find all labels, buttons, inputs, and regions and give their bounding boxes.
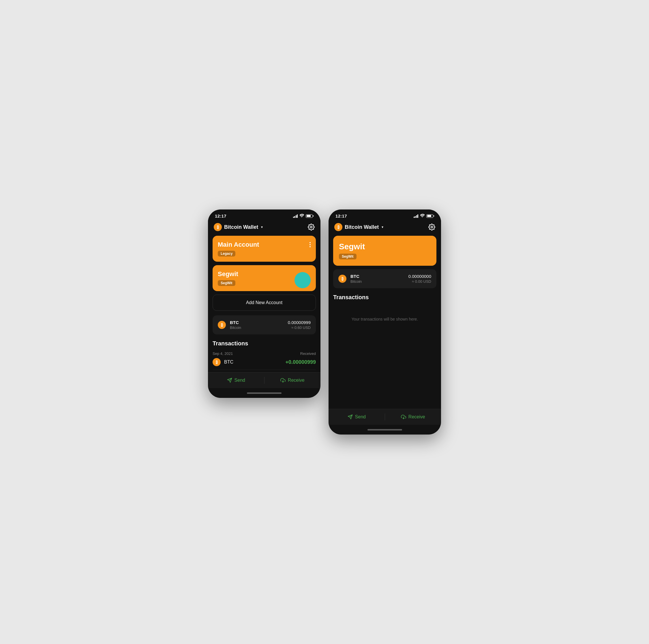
bottom-bar-left: Send Receive (208, 372, 320, 388)
status-bar-left: 12:17 (208, 210, 320, 221)
main-account-card[interactable]: Main Account Legacy (213, 236, 316, 262)
status-time-left: 12:17 (215, 214, 226, 218)
balance-amounts-right: 0.00000000 ≈ 0.00 USD (408, 274, 431, 284)
settings-button-right[interactable] (428, 224, 435, 230)
main-account-badge: Legacy (218, 251, 235, 257)
header-right: ₿ Bitcoin Wallet ▾ (329, 221, 441, 236)
status-time-right: 12:17 (336, 214, 347, 218)
content-left: Main Account Legacy Segwit SegWit Add Ne… (208, 236, 320, 370)
battery-icon-left (306, 214, 313, 218)
segwit-active-title: Segwit (339, 242, 431, 251)
right-phone: 12:17 (329, 210, 441, 434)
status-bar-right: 12:17 (329, 210, 441, 221)
btc-balance-icon-left: ₿ (218, 321, 226, 329)
bottom-bar-right: Send Receive (329, 409, 441, 425)
balance-currency-left: BTC (230, 320, 284, 325)
left-phone: 12:17 (208, 210, 320, 398)
wifi-icon-left (299, 214, 304, 218)
transactions-title-right: Transactions (333, 294, 436, 301)
segwit-active-badge: SegWit (339, 254, 356, 259)
status-icons-right (414, 214, 434, 218)
wallet-name-right: Bitcoin Wallet (345, 224, 379, 230)
receive-label-right: Receive (408, 414, 425, 420)
main-account-title: Main Account (218, 241, 311, 248)
empty-transactions-message: Your transactions will be shown here. (333, 305, 436, 333)
tx-amount: +0.00000999 (285, 359, 316, 365)
home-indicator-left (208, 388, 320, 398)
signal-icon-right (414, 214, 419, 218)
send-label-right: Send (355, 414, 366, 420)
balance-name-left: Bitcoin (230, 326, 284, 330)
home-indicator-right (329, 425, 441, 434)
transaction-date-row: Sep 4, 2021 Received (213, 351, 316, 356)
transaction-row[interactable]: ₿ BTC +0.00000999 (213, 358, 316, 370)
status-icons-left (293, 214, 314, 218)
balance-info-right: BTC Bitcoin (350, 274, 404, 284)
screens-container: 12:17 (208, 210, 441, 434)
send-icon-right (348, 414, 353, 420)
header-left: ₿ Bitcoin Wallet ▾ (208, 221, 320, 236)
transactions-title-left: Transactions (213, 340, 316, 347)
balance-currency-right: BTC (350, 274, 404, 279)
balance-btc-left: 0.00000999 (288, 320, 311, 325)
wallet-selector-right[interactable]: ₿ Bitcoin Wallet ▾ (334, 223, 383, 231)
receive-button-right[interactable]: Receive (385, 409, 441, 425)
balance-usd-right: ≈ 0.00 USD (408, 279, 431, 284)
segwit-active-card[interactable]: Segwit SegWit (333, 236, 436, 266)
receive-label-left: Receive (288, 378, 305, 383)
transaction-date: Sep 4, 2021 (213, 351, 233, 356)
signal-icon-left (293, 214, 298, 218)
battery-icon-right (426, 214, 434, 218)
add-account-button[interactable]: Add New Account (213, 295, 316, 311)
svg-point-0 (310, 226, 312, 228)
tx-btc-icon: ₿ (213, 358, 221, 366)
settings-button-left[interactable] (308, 224, 315, 230)
wallet-name-left: Bitcoin Wallet (224, 224, 258, 230)
wallet-selector-left[interactable]: ₿ Bitcoin Wallet ▾ (214, 223, 263, 231)
main-account-menu-button[interactable] (308, 241, 312, 248)
balance-btc-right: 0.00000000 (408, 274, 431, 279)
btc-balance-icon-right: ₿ (338, 275, 346, 283)
send-button-right[interactable]: Send (329, 409, 385, 425)
tx-currency: BTC (224, 359, 233, 365)
chevron-down-icon-right: ▾ (382, 225, 383, 229)
chevron-down-icon-left: ▾ (261, 225, 263, 229)
transaction-type: Received (300, 351, 316, 356)
balance-usd-left: ≈ 0.60 USD (288, 326, 311, 330)
receive-icon-right (401, 414, 406, 420)
receive-button-left[interactable]: Receive (264, 373, 321, 388)
balance-name-right: Bitcoin (350, 279, 404, 284)
segwit-account-badge: SegWit (218, 280, 235, 286)
btc-logo-left: ₿ (214, 223, 222, 231)
balance-card-right: ₿ BTC Bitcoin 0.00000000 ≈ 0.00 USD (333, 269, 436, 288)
btc-logo-right: ₿ (334, 223, 342, 231)
balance-card-left: ₿ BTC Bitcoin 0.00000999 ≈ 0.60 USD (213, 315, 316, 334)
segwit-account-card[interactable]: Segwit SegWit (213, 265, 316, 291)
balance-amounts-left: 0.00000999 ≈ 0.60 USD (288, 320, 311, 330)
content-right: Segwit SegWit ₿ BTC Bitcoin 0.00000000 ≈… (329, 236, 441, 333)
receive-icon-left (280, 378, 286, 383)
wifi-icon-right (420, 214, 425, 218)
send-label-left: Send (234, 378, 245, 383)
svg-point-4 (431, 226, 433, 228)
balance-info-left: BTC Bitcoin (230, 320, 284, 330)
send-icon-left (227, 378, 232, 383)
send-button-left[interactable]: Send (208, 373, 264, 388)
teal-circle-decoration (295, 272, 311, 288)
